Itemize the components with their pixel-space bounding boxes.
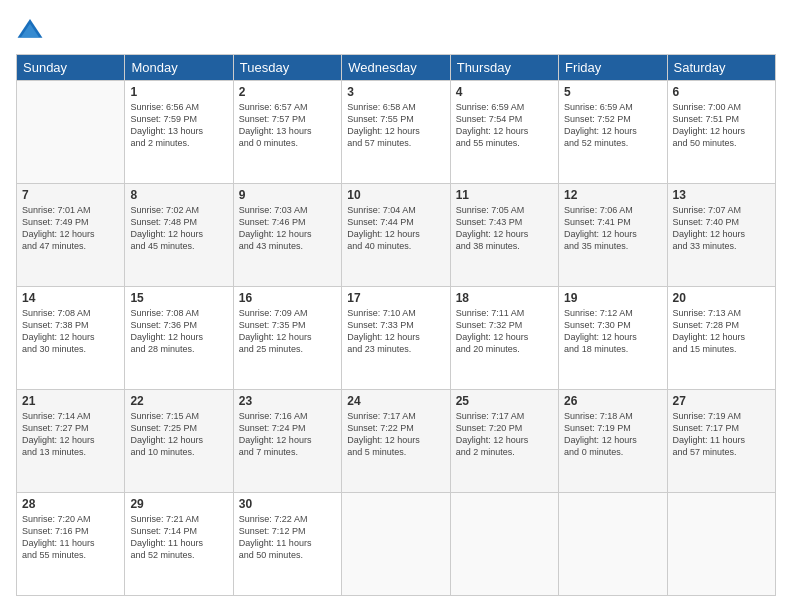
day-info: Sunrise: 7:03 AM Sunset: 7:46 PM Dayligh… [239,204,336,253]
day-number: 7 [22,188,119,202]
table-row: 3Sunrise: 6:58 AM Sunset: 7:55 PM Daylig… [342,81,450,184]
day-info: Sunrise: 6:59 AM Sunset: 7:54 PM Dayligh… [456,101,553,150]
day-info: Sunrise: 7:08 AM Sunset: 7:36 PM Dayligh… [130,307,227,356]
table-row: 22Sunrise: 7:15 AM Sunset: 7:25 PM Dayli… [125,390,233,493]
day-info: Sunrise: 7:05 AM Sunset: 7:43 PM Dayligh… [456,204,553,253]
col-wednesday: Wednesday [342,55,450,81]
day-info: Sunrise: 7:17 AM Sunset: 7:20 PM Dayligh… [456,410,553,459]
day-info: Sunrise: 7:19 AM Sunset: 7:17 PM Dayligh… [673,410,770,459]
day-number: 24 [347,394,444,408]
day-info: Sunrise: 7:15 AM Sunset: 7:25 PM Dayligh… [130,410,227,459]
col-sunday: Sunday [17,55,125,81]
page: Sunday Monday Tuesday Wednesday Thursday… [0,0,792,612]
day-number: 23 [239,394,336,408]
table-row: 30Sunrise: 7:22 AM Sunset: 7:12 PM Dayli… [233,493,341,596]
day-number: 13 [673,188,770,202]
day-number: 1 [130,85,227,99]
calendar-week-row: 28Sunrise: 7:20 AM Sunset: 7:16 PM Dayli… [17,493,776,596]
day-number: 28 [22,497,119,511]
day-info: Sunrise: 6:59 AM Sunset: 7:52 PM Dayligh… [564,101,661,150]
calendar-table: Sunday Monday Tuesday Wednesday Thursday… [16,54,776,596]
day-info: Sunrise: 7:20 AM Sunset: 7:16 PM Dayligh… [22,513,119,562]
day-number: 11 [456,188,553,202]
table-row: 21Sunrise: 7:14 AM Sunset: 7:27 PM Dayli… [17,390,125,493]
table-row: 1Sunrise: 6:56 AM Sunset: 7:59 PM Daylig… [125,81,233,184]
day-number: 25 [456,394,553,408]
logo-icon [16,16,44,44]
day-number: 18 [456,291,553,305]
day-info: Sunrise: 7:21 AM Sunset: 7:14 PM Dayligh… [130,513,227,562]
table-row: 2Sunrise: 6:57 AM Sunset: 7:57 PM Daylig… [233,81,341,184]
day-number: 4 [456,85,553,99]
calendar-header-row: Sunday Monday Tuesday Wednesday Thursday… [17,55,776,81]
day-number: 20 [673,291,770,305]
day-number: 27 [673,394,770,408]
table-row: 19Sunrise: 7:12 AM Sunset: 7:30 PM Dayli… [559,287,667,390]
day-info: Sunrise: 7:06 AM Sunset: 7:41 PM Dayligh… [564,204,661,253]
day-info: Sunrise: 6:58 AM Sunset: 7:55 PM Dayligh… [347,101,444,150]
calendar-week-row: 21Sunrise: 7:14 AM Sunset: 7:27 PM Dayli… [17,390,776,493]
table-row: 25Sunrise: 7:17 AM Sunset: 7:20 PM Dayli… [450,390,558,493]
table-row: 6Sunrise: 7:00 AM Sunset: 7:51 PM Daylig… [667,81,775,184]
col-monday: Monday [125,55,233,81]
day-number: 10 [347,188,444,202]
day-info: Sunrise: 6:57 AM Sunset: 7:57 PM Dayligh… [239,101,336,150]
day-number: 19 [564,291,661,305]
col-saturday: Saturday [667,55,775,81]
day-info: Sunrise: 7:13 AM Sunset: 7:28 PM Dayligh… [673,307,770,356]
day-info: Sunrise: 7:02 AM Sunset: 7:48 PM Dayligh… [130,204,227,253]
day-number: 21 [22,394,119,408]
col-tuesday: Tuesday [233,55,341,81]
logo [16,16,48,44]
table-row [17,81,125,184]
calendar-week-row: 1Sunrise: 6:56 AM Sunset: 7:59 PM Daylig… [17,81,776,184]
col-thursday: Thursday [450,55,558,81]
day-number: 12 [564,188,661,202]
table-row: 20Sunrise: 7:13 AM Sunset: 7:28 PM Dayli… [667,287,775,390]
day-info: Sunrise: 7:00 AM Sunset: 7:51 PM Dayligh… [673,101,770,150]
day-number: 15 [130,291,227,305]
table-row: 9Sunrise: 7:03 AM Sunset: 7:46 PM Daylig… [233,184,341,287]
day-info: Sunrise: 7:08 AM Sunset: 7:38 PM Dayligh… [22,307,119,356]
day-info: Sunrise: 7:10 AM Sunset: 7:33 PM Dayligh… [347,307,444,356]
day-number: 14 [22,291,119,305]
day-info: Sunrise: 7:22 AM Sunset: 7:12 PM Dayligh… [239,513,336,562]
day-info: Sunrise: 7:17 AM Sunset: 7:22 PM Dayligh… [347,410,444,459]
day-info: Sunrise: 7:11 AM Sunset: 7:32 PM Dayligh… [456,307,553,356]
table-row: 13Sunrise: 7:07 AM Sunset: 7:40 PM Dayli… [667,184,775,287]
day-number: 8 [130,188,227,202]
table-row: 12Sunrise: 7:06 AM Sunset: 7:41 PM Dayli… [559,184,667,287]
day-number: 26 [564,394,661,408]
day-number: 22 [130,394,227,408]
table-row: 17Sunrise: 7:10 AM Sunset: 7:33 PM Dayli… [342,287,450,390]
table-row [450,493,558,596]
day-info: Sunrise: 7:09 AM Sunset: 7:35 PM Dayligh… [239,307,336,356]
day-number: 9 [239,188,336,202]
table-row: 10Sunrise: 7:04 AM Sunset: 7:44 PM Dayli… [342,184,450,287]
table-row: 5Sunrise: 6:59 AM Sunset: 7:52 PM Daylig… [559,81,667,184]
table-row: 4Sunrise: 6:59 AM Sunset: 7:54 PM Daylig… [450,81,558,184]
day-number: 6 [673,85,770,99]
table-row: 11Sunrise: 7:05 AM Sunset: 7:43 PM Dayli… [450,184,558,287]
day-number: 30 [239,497,336,511]
day-info: Sunrise: 7:16 AM Sunset: 7:24 PM Dayligh… [239,410,336,459]
table-row: 16Sunrise: 7:09 AM Sunset: 7:35 PM Dayli… [233,287,341,390]
table-row [342,493,450,596]
day-info: Sunrise: 7:07 AM Sunset: 7:40 PM Dayligh… [673,204,770,253]
table-row: 7Sunrise: 7:01 AM Sunset: 7:49 PM Daylig… [17,184,125,287]
table-row: 23Sunrise: 7:16 AM Sunset: 7:24 PM Dayli… [233,390,341,493]
table-row: 27Sunrise: 7:19 AM Sunset: 7:17 PM Dayli… [667,390,775,493]
table-row: 8Sunrise: 7:02 AM Sunset: 7:48 PM Daylig… [125,184,233,287]
day-number: 3 [347,85,444,99]
day-info: Sunrise: 6:56 AM Sunset: 7:59 PM Dayligh… [130,101,227,150]
calendar-week-row: 7Sunrise: 7:01 AM Sunset: 7:49 PM Daylig… [17,184,776,287]
table-row: 29Sunrise: 7:21 AM Sunset: 7:14 PM Dayli… [125,493,233,596]
table-row: 18Sunrise: 7:11 AM Sunset: 7:32 PM Dayli… [450,287,558,390]
day-number: 2 [239,85,336,99]
day-info: Sunrise: 7:18 AM Sunset: 7:19 PM Dayligh… [564,410,661,459]
day-info: Sunrise: 7:04 AM Sunset: 7:44 PM Dayligh… [347,204,444,253]
table-row: 14Sunrise: 7:08 AM Sunset: 7:38 PM Dayli… [17,287,125,390]
day-info: Sunrise: 7:14 AM Sunset: 7:27 PM Dayligh… [22,410,119,459]
day-number: 5 [564,85,661,99]
day-number: 29 [130,497,227,511]
